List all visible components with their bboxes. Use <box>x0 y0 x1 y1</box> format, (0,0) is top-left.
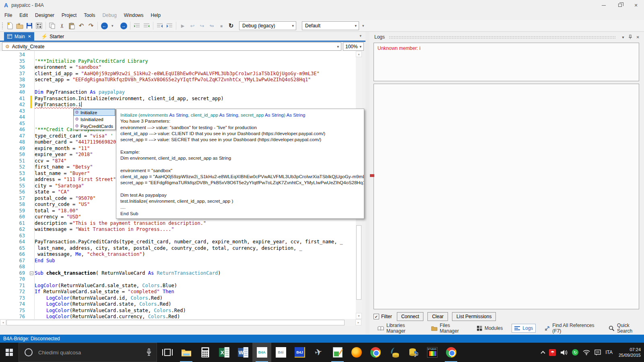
clock[interactable]: 07:24 25/09/2015 <box>619 347 641 358</box>
code-line-61[interactable]: 61description ="This is the payment tran… <box>0 220 356 227</box>
taskbar-b4i[interactable]: B4i <box>271 343 290 362</box>
toolbar-grip[interactable] <box>2 22 3 29</box>
tray-wifi-icon[interactable] <box>583 350 590 355</box>
bottom-tab-logs[interactable]: Logs <box>512 324 536 333</box>
start-button[interactable] <box>0 343 19 362</box>
editor-horizontal-scrollbar[interactable]: ◂ ▸ <box>0 319 362 326</box>
tray-avira-icon[interactable]: ☂ <box>549 349 556 356</box>
bottom-tab-modules[interactable]: Modules <box>475 324 505 332</box>
connect-button[interactable]: Connect <box>397 312 424 321</box>
scroll-down-icon[interactable]: ▼ <box>356 313 362 319</box>
pane-splitter[interactable] <box>365 32 369 334</box>
toolbar-undo-button[interactable]: ↶ <box>77 21 86 30</box>
scroll-right-icon[interactable]: ▸ <box>355 319 361 325</box>
code-line-68[interactable]: 68 <box>0 264 356 270</box>
code-line-70[interactable]: 70 <box>0 276 356 283</box>
tab-main[interactable]: Main ✕ <box>4 32 34 41</box>
menu-item-designer[interactable]: Designer <box>31 11 58 19</box>
pin-icon[interactable] <box>628 35 632 39</box>
language-indicator[interactable]: ITA <box>605 350 613 355</box>
code-line-62[interactable]: 62waitmessage = "Wait Transaction in Pro… <box>0 226 356 233</box>
code-line-73[interactable]: 73 LogColor(ReturnValueCard.id, Colors.R… <box>0 295 356 302</box>
list-permissions-button[interactable]: List Permissions <box>452 312 496 321</box>
taskbar-search[interactable]: Chiedimi qualcosa <box>19 343 157 362</box>
toolbar-new-file-button[interactable] <box>6 21 14 30</box>
toolbar-cut-button[interactable]: ✂ <box>58 21 66 30</box>
tab-close-icon[interactable]: ✕ <box>28 34 31 39</box>
toolbar-indent-block-button[interactable] <box>132 21 141 30</box>
tray-volume-icon[interactable] <box>560 350 568 356</box>
tray-updates-icon[interactable]: ↻ <box>572 349 578 356</box>
code-line-72[interactable]: 72If ReturnValueCard.sale_state = "compl… <box>0 289 356 295</box>
code-line-75[interactable]: 75 LogColor(ReturnValueCard.sale_state, … <box>0 308 356 314</box>
scroll-left-icon[interactable]: ◂ <box>0 319 6 325</box>
sub-selector[interactable]: ⚙ Activity_Create ▾ <box>2 42 341 51</box>
toolbar-stop-button[interactable]: ■ <box>217 21 226 30</box>
toolbar-redo-button[interactable]: ↷ <box>87 21 95 30</box>
scroll-up-icon[interactable]: ▲ <box>356 51 362 57</box>
toolbar-comment-button[interactable] <box>155 21 164 30</box>
toolbar-navigate-forward-button[interactable]: → <box>119 21 128 30</box>
panel-close-button[interactable]: ✕ <box>636 35 640 39</box>
code-line-41[interactable]: 41PayTransaction.Initialize(environment,… <box>0 96 356 102</box>
toolbar-save-button[interactable] <box>25 21 34 30</box>
toolbar-run-button[interactable]: ▶ <box>178 21 187 30</box>
taskbar-firefox[interactable] <box>347 343 366 362</box>
tab-starter[interactable]: ⚡ Starter <box>38 32 67 41</box>
fold-collapse-icon[interactable]: − <box>30 272 33 275</box>
autocomplete-item-isinitialized[interactable]: ⚙IsInitialized <box>74 116 115 123</box>
taskbar-task-view[interactable] <box>158 343 177 362</box>
autocomplete-item-initialize[interactable]: ⚙Initialize <box>74 109 115 116</box>
toolbar-open-file-button[interactable] <box>15 21 24 30</box>
taskbar-word[interactable]: W <box>233 343 252 362</box>
bottom-tab-quick-search[interactable]: Quick Search <box>606 321 644 335</box>
menu-item-project[interactable]: Project <box>58 11 80 19</box>
toolbar-step-3-button[interactable]: ↬ <box>207 21 216 30</box>
taskbar-ostudio[interactable]: STUDIO <box>423 343 442 362</box>
code-line-64[interactable]: 64PayTransaction.PayCreditCards(type_cre… <box>0 239 356 245</box>
code-line-66[interactable]: 66 waitmessage, Me, "check_transaction") <box>0 251 356 258</box>
menu-item-tools[interactable]: Tools <box>80 11 99 19</box>
taskbar-db-tools[interactable] <box>404 343 423 362</box>
code-line-35[interactable]: 35'***Initialize PayPalCreditCard Librar… <box>0 58 356 65</box>
code-line-42[interactable]: 42PayTransaction.i <box>0 102 356 108</box>
taskbar-excel[interactable]: X <box>215 343 233 362</box>
taskbar-chrome-2[interactable] <box>442 343 460 362</box>
toolbar-package-button[interactable] <box>35 21 43 30</box>
panel-menu-button[interactable]: ▾ <box>622 35 624 39</box>
bottom-tab-find-all-references-f7[interactable]: Find All References (F7) <box>542 321 600 335</box>
menu-item-help[interactable]: Help <box>147 11 165 19</box>
toolbar-restart-button[interactable]: ↻ <box>227 21 235 30</box>
toolbar-copy-button[interactable] <box>48 21 57 30</box>
toolbar-outdent-block-button[interactable] <box>142 21 151 30</box>
build-config-select[interactable]: Default ▾ <box>302 21 359 30</box>
menu-item-file[interactable]: File <box>1 11 16 19</box>
tray-action-center-icon[interactable] <box>594 350 601 356</box>
tray-hidden-icons-chevron-icon[interactable] <box>541 350 545 355</box>
toolbar-navigate-back-button[interactable]: ← <box>100 21 109 30</box>
logs-output[interactable]: Unknown member: i <box>374 43 639 81</box>
microphone-icon[interactable] <box>146 348 152 356</box>
code-line-67[interactable]: 67End Sub <box>0 258 356 264</box>
clear-button[interactable]: Clear <box>427 312 448 321</box>
code-line-38[interactable]: 38secret_app = "EEFdgRigmaTURkfqzDV8h_Pk… <box>0 77 356 83</box>
taskbar-file-explorer[interactable] <box>177 343 196 362</box>
taskbar-calculator[interactable] <box>196 343 215 362</box>
taskbar-notepad-plus[interactable] <box>328 343 347 362</box>
code-line-36[interactable]: 36environment = "sandbox" <box>0 64 356 71</box>
toolbar-step-2-button[interactable]: ↪ <box>198 21 206 30</box>
code-line-40[interactable]: 40Dim PayTransaction As paypalpay <box>0 89 356 96</box>
toolbar-paste-button[interactable] <box>67 21 76 30</box>
minimize-button[interactable] <box>596 0 612 10</box>
taskbar-b4a-bridge[interactable]: ✈ <box>309 343 328 362</box>
zoom-select[interactable]: 100% ▾ <box>343 42 364 51</box>
menu-item-edit[interactable]: Edit <box>16 11 31 19</box>
code-line-74[interactable]: 74 LogColor(ReturnValueCard.state, Color… <box>0 301 356 308</box>
taskbar-b4a[interactable]: B4A <box>252 343 271 362</box>
code-line-37[interactable]: 37client_id_app = "AaHQ0j59zpW9zw2i_S1kH… <box>0 71 356 77</box>
debug-mode-select[interactable]: Debug (legacy) ▾ <box>239 21 296 30</box>
code-line-71[interactable]: 71LogColor(ReturnValueCard.sale_state, C… <box>0 283 356 289</box>
toolbar-overflow-button[interactable]: ▾ <box>362 24 364 28</box>
toolbar-uncomment-button[interactable] <box>165 21 174 30</box>
bottom-tab-libraries-manager[interactable]: Libraries Manager <box>375 321 422 335</box>
